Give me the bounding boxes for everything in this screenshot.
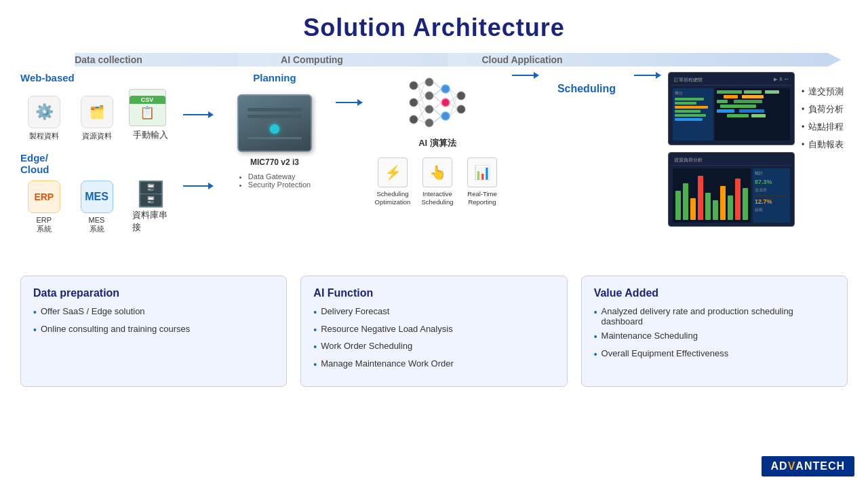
svg-line-19 [418, 109, 425, 119]
web-based-label: Web-based [20, 72, 168, 83]
phase-data-collection: Data collection [20, 54, 197, 65]
svg-point-1 [410, 98, 418, 107]
bullet-delivery-forecast: • 達交預測 [802, 86, 868, 98]
db-box-container: 🗄️ 資料庫串接 [125, 182, 176, 233]
ai-func-item-3: • Work Order Scheduling [313, 341, 554, 354]
arrows-col-1 [183, 72, 214, 221]
erp-icon: ERP [34, 191, 54, 202]
svg-line-23 [433, 96, 441, 102]
col-ai: AI 演算法 ⚡ Scheduling Optimization 👆 Inter… [370, 72, 505, 207]
col-scheduling: Scheduling [546, 72, 627, 95]
scheduling-opt-label: Scheduling Optimization [373, 190, 412, 207]
box-data-preparation: Data preparation • Offer SaaS / Edge sol… [20, 276, 287, 387]
arrows-col-3 [512, 72, 539, 119]
svg-point-3 [425, 78, 433, 86]
svg-point-7 [441, 85, 450, 93]
logo-v: V [788, 460, 796, 472]
db-icon: 🗄️ [136, 182, 166, 206]
phase-ai-computing: AI Computing [197, 54, 427, 65]
svg-point-9 [441, 112, 450, 120]
realtime-reporting-label: Real-Time Reporting [462, 190, 502, 207]
process-data-label: 製程資料 [29, 131, 59, 141]
web-based-row: Web-based ⚙️ 製程資料 🗂️ 資源資料 CSV [20, 72, 176, 141]
mic-model-label: MIC770 v2 i3 [250, 157, 299, 167]
mic-bullet-2: Security Protection [248, 181, 311, 189]
value-added-item-3: • Overall Equipment Effectiveness [594, 348, 835, 362]
svg-point-2 [410, 115, 418, 124]
mic-bullet-1: Data Gateway [248, 172, 311, 181]
diagram-area: Web-based ⚙️ 製程資料 🗂️ 資源資料 CSV [20, 72, 848, 262]
page-title: Solution Architecture [20, 14, 848, 42]
icon-process-data: ⚙️ 製程資料 [20, 96, 68, 141]
svg-point-0 [410, 81, 418, 90]
interactive-scheduling-icon: 👆 [422, 157, 452, 187]
svg-line-25 [433, 109, 441, 116]
bullet-auto-report: • 自動報表 [802, 138, 868, 151]
page: Solution Architecture Data collection AI… [0, 0, 868, 486]
phase-header-row: Data collection AI Computing Cloud Appli… [20, 54, 848, 65]
mic-slot-3 [248, 137, 302, 139]
value-added-title: Value Added [594, 287, 835, 299]
mes-label: MES系統 [89, 216, 105, 234]
col-mic: Planning MIC770 v2 i3 Data Gateway Secur… [220, 72, 329, 189]
ai-func-item-4: • Manage Maintenance Work Order [313, 358, 554, 372]
arrow-bottom-1 [183, 183, 214, 189]
col-cloud-dashboards: 訂單排程總覽 ▶ ⏸ ↩ 機台 [668, 72, 795, 227]
arrow-mid-4 [634, 72, 661, 79]
csv-icon: CSV 📋 [129, 89, 166, 126]
scheduling-opt-icon: ⚡ [378, 157, 408, 187]
box-ai-function: AI Function • Delivery Forecast • Resour… [300, 276, 567, 387]
planning-label: Planning [253, 72, 296, 83]
mic-bullets-list: Data Gateway Security Protection [239, 172, 311, 189]
svg-line-24 [433, 102, 441, 109]
arrows-col-4 [634, 72, 661, 133]
advantech-logo: ADVANTECH [762, 456, 854, 476]
edge-cloud-row: Edge/Cloud ERP ERP系統 MES MES系統 [20, 152, 176, 234]
ai-func-realtime: 📊 Real-Time Reporting [462, 157, 502, 207]
value-added-item-1: • Analyzed delivery rate and production … [594, 306, 835, 326]
arrow-mid-2 [336, 99, 363, 106]
data-prep-title: Data preparation [33, 287, 274, 299]
edge-cloud-label: Edge/Cloud [20, 152, 176, 175]
value-added-item-2: • Maintenance Scheduling [594, 331, 835, 344]
resource-data-label: 資源資料 [82, 131, 112, 141]
ai-algo-label: AI 演算法 [418, 137, 456, 149]
erp-label: ERP系統 [37, 216, 52, 234]
svg-point-6 [425, 119, 433, 127]
mic-power-light [270, 124, 279, 134]
data-prep-item-2: • Online consulting and training courses [33, 324, 274, 337]
interactive-scheduling-label: Interactive Scheduling [418, 190, 457, 207]
logo-suffix: ANTECH [795, 460, 845, 472]
col-cloud-bullets: • 達交預測 • 負荷分析 • 站點排程 • 自動報表 [802, 72, 868, 151]
mic-device [237, 94, 312, 152]
arrow-top-1 [183, 111, 214, 118]
scheduling-label: Scheduling [557, 83, 616, 95]
icon-resource-data: 🗂️ 資源資料 [73, 96, 121, 141]
ai-func-title: AI Function [313, 287, 554, 299]
bullet-load-analysis: • 負荷分析 [802, 103, 868, 115]
ai-func-item-2: • Resource Negative Load Analysis [313, 324, 554, 337]
svg-line-26 [433, 116, 441, 123]
realtime-reporting-icon: 📊 [467, 157, 497, 187]
csv-box-container: CSV 📋 手動輸入 [126, 89, 168, 141]
dashboard-top: 訂單排程總覽 ▶ ⏸ ↩ 機台 [668, 72, 795, 145]
svg-line-21 [433, 82, 441, 89]
db-label: 資料庫串接 [132, 209, 176, 233]
arrow-mid-3 [512, 72, 539, 79]
svg-point-5 [425, 105, 433, 113]
phase-cloud-application: Cloud Application [427, 54, 617, 65]
bottom-row: Data preparation • Offer SaaS / Edge sol… [20, 276, 848, 387]
neural-network-svg [403, 72, 471, 133]
bullet-station-schedule: • 站點排程 [802, 121, 868, 133]
box-value-added: Value Added • Analyzed delivery rate and… [581, 276, 848, 387]
logo-prefix: AD [771, 460, 788, 472]
erp-icon-box: ERP ERP系統 [20, 181, 68, 234]
mes-icon-box: MES MES系統 [73, 181, 121, 234]
svg-line-13 [418, 86, 425, 96]
ai-func-interactive: 👆 Interactive Scheduling [418, 157, 457, 207]
mic-slot-2 [248, 115, 302, 118]
ai-func-scheduling: ⚡ Scheduling Optimization [373, 157, 412, 207]
svg-point-4 [425, 92, 433, 100]
svg-point-10 [457, 92, 465, 100]
arrows-col-2 [336, 72, 363, 106]
